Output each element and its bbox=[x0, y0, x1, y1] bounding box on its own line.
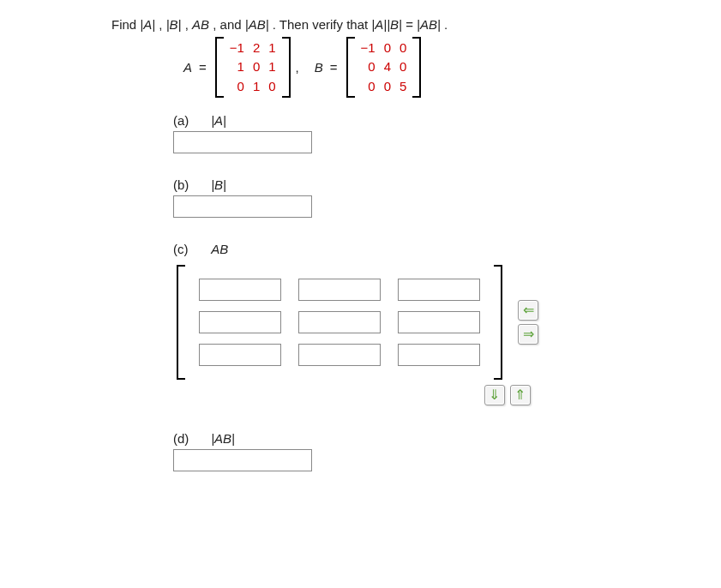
question-text: Find |A| , |B| , AB , and |AB| . Then ve… bbox=[111, 17, 721, 32]
B-1-0: 0 bbox=[357, 57, 380, 76]
q-prefix: Find bbox=[111, 17, 140, 32]
matrix-A: −121 101 010 bbox=[215, 37, 291, 98]
AB-0-0-input[interactable] bbox=[199, 279, 281, 301]
AB-2-0-input[interactable] bbox=[199, 344, 281, 366]
q-mid: . Then verify that bbox=[273, 17, 372, 32]
part-c: (c) AB bbox=[173, 242, 721, 405]
q-detAB: |AB| bbox=[245, 17, 269, 32]
add-col-button[interactable]: ⇒ bbox=[518, 324, 538, 345]
B-2-1: 0 bbox=[380, 77, 395, 96]
B-0-0: −1 bbox=[357, 39, 380, 57]
remove-row-button[interactable]: ⇑ bbox=[510, 385, 531, 405]
part-b-letter: (b) bbox=[173, 177, 207, 192]
matrix-entry-row: ⇐ ⇒ bbox=[177, 265, 721, 380]
part-a-label: (a) |A| bbox=[173, 113, 721, 128]
arrow-down-icon: ⇓ bbox=[489, 388, 500, 402]
B-0-1: 0 bbox=[380, 39, 395, 57]
A-1-2: 1 bbox=[264, 57, 279, 76]
AB-0-2-input[interactable] bbox=[398, 279, 480, 301]
part-b-label: (b) |B| bbox=[173, 177, 721, 192]
label-A: A bbox=[183, 60, 197, 75]
q-AB: AB bbox=[192, 17, 209, 32]
col-arrows: ⇐ ⇒ bbox=[518, 300, 538, 345]
AB-1-1-input[interactable] bbox=[298, 311, 381, 333]
part-d-letter: (d) bbox=[173, 431, 207, 446]
equals-B: = bbox=[328, 60, 346, 75]
A-0-2: 1 bbox=[264, 39, 279, 57]
matrices-definition: A = −121 101 010 , B = −100 040 005 bbox=[183, 37, 721, 98]
AB-1-2-input[interactable] bbox=[398, 311, 480, 333]
matrix-comma: , bbox=[291, 60, 315, 75]
part-b: (b) |B| bbox=[173, 177, 721, 218]
q-sep2: , bbox=[185, 17, 192, 32]
B-2-2: 5 bbox=[395, 77, 411, 96]
part-c-letter: (c) bbox=[173, 242, 207, 256]
remove-col-button[interactable]: ⇐ bbox=[518, 300, 538, 321]
AB-2-1-input[interactable] bbox=[298, 344, 381, 366]
q-detAB2: |AB| bbox=[417, 17, 441, 32]
AB-1-0-input[interactable] bbox=[199, 311, 281, 333]
part-d: (d) |AB| bbox=[173, 431, 721, 471]
part-a-letter: (a) bbox=[173, 113, 207, 128]
q-detB: |B| bbox=[166, 17, 182, 32]
A-1-0: 1 bbox=[225, 57, 249, 76]
q-sep3: , and bbox=[213, 17, 245, 32]
part-a: (a) |A| bbox=[173, 113, 721, 153]
label-B: B bbox=[315, 60, 328, 75]
B-1-1: 4 bbox=[380, 57, 395, 76]
A-2-1: 1 bbox=[249, 77, 264, 96]
part-d-label: (d) |AB| bbox=[173, 431, 721, 446]
A-0-0: −1 bbox=[225, 39, 249, 57]
matrix-AB-input bbox=[177, 265, 502, 380]
part-c-label: (c) AB bbox=[173, 242, 721, 256]
add-row-button[interactable]: ⇓ bbox=[484, 385, 505, 405]
B-0-2: 0 bbox=[395, 39, 411, 57]
q-suffix: . bbox=[444, 17, 448, 32]
row-arrows: ⇓ ⇑ bbox=[293, 385, 721, 405]
AB-0-1-input[interactable] bbox=[298, 279, 381, 301]
detB-input[interactable] bbox=[173, 195, 312, 218]
arrow-left-icon: ⇐ bbox=[523, 303, 534, 317]
q-eq: = bbox=[406, 17, 417, 32]
q-sep1: , bbox=[159, 17, 165, 32]
detAB-input[interactable] bbox=[173, 449, 312, 471]
part-c-symbol: AB bbox=[211, 242, 228, 256]
part-a-symbol: |A| bbox=[211, 113, 226, 128]
part-d-symbol: |AB| bbox=[211, 431, 235, 446]
q-detA: |A| bbox=[140, 17, 155, 32]
B-2-0: 0 bbox=[357, 77, 380, 96]
matrix-B: −100 040 005 bbox=[346, 37, 422, 98]
A-2-2: 0 bbox=[264, 77, 279, 96]
detA-input[interactable] bbox=[173, 131, 312, 153]
arrow-right-icon: ⇒ bbox=[523, 327, 534, 341]
AB-2-2-input[interactable] bbox=[398, 344, 480, 366]
A-0-1: 2 bbox=[249, 39, 264, 57]
A-1-1: 0 bbox=[249, 57, 264, 76]
equals-A: = bbox=[197, 60, 215, 75]
B-1-2: 0 bbox=[395, 57, 411, 76]
q-detAdetB: |A||B| bbox=[371, 17, 402, 32]
part-b-symbol: |B| bbox=[211, 177, 226, 192]
A-2-0: 0 bbox=[225, 77, 249, 96]
arrow-up-icon: ⇑ bbox=[514, 388, 526, 402]
